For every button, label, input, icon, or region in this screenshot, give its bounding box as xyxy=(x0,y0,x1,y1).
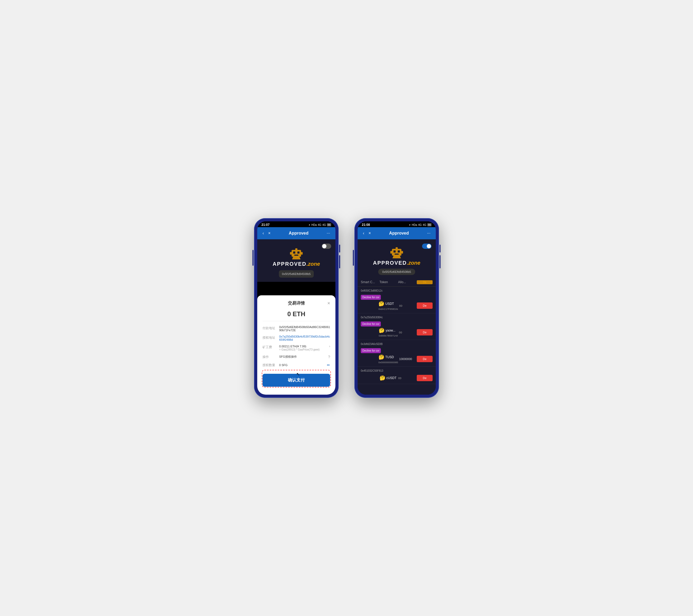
de-button-yaow[interactable]: De xyxy=(417,329,433,336)
nav-bar-left: ‹ × Approved ··· xyxy=(257,227,335,239)
token-addr-yaow: 0xB68c7B5971A8 xyxy=(379,334,398,337)
confirm-btn-wrapper: 确认支付 ↖ xyxy=(262,371,330,387)
logo-text-left: APPROVED.zone xyxy=(273,261,320,267)
de-button-usdt[interactable]: De xyxy=(417,302,433,309)
token-cell-tusd: 🤔 TUSD 0x0000000000085 xyxy=(378,354,398,364)
logo-icon-right xyxy=(389,243,404,258)
modal-label-auth: 授权地址 xyxy=(262,335,277,341)
logo-area-right: APPROVED.zone xyxy=(373,243,420,266)
table-row-usdt: 0xf650C3d88D12c Decline for cor 🤔 USDT xyxy=(358,286,436,313)
toggle-left[interactable] xyxy=(322,243,331,249)
de-button-cusdt[interactable]: De xyxy=(417,375,433,381)
svg-rect-6 xyxy=(290,252,292,255)
phone-left: 21:07 🔒 ☰ ✦ HDa 4G 4G 55 xyxy=(254,218,339,398)
modal-label-op: 操作 xyxy=(262,354,277,359)
address-pill-right: 0x5f1f5d6EfbB4508b5 xyxy=(378,269,415,275)
col-decline: De xyxy=(417,280,433,284)
table-row-tusd: 0x3dfd23A6c5E8B Decline for cor 🤔 TUSD xyxy=(358,340,436,366)
toggle-right[interactable] xyxy=(422,243,432,249)
svg-rect-7 xyxy=(301,252,303,255)
token-name-usdt: USDT xyxy=(385,302,394,305)
close-button-right[interactable]: × xyxy=(368,230,372,237)
svg-rect-5 xyxy=(295,248,297,251)
gas-chevron-icon[interactable]: › xyxy=(329,344,330,348)
logo-text-right: APPROVED.zone xyxy=(373,260,420,266)
svg-rect-13 xyxy=(396,247,398,250)
logo-icon-left xyxy=(289,245,304,259)
decline-button-tusd[interactable]: Decline for cor xyxy=(361,348,381,353)
modal-label-qty: 授权数量 xyxy=(262,362,277,367)
modal-label-from: 付款地址 xyxy=(262,325,277,332)
right-header-dark: APPROVED.zone 0x5f1f5d6EfbB4508b5 xyxy=(358,239,436,278)
modal-row-from: 付款地址 0x5f1f5d6EfbB4508b50Ad86C324B06190b… xyxy=(262,325,330,332)
svg-rect-10 xyxy=(394,251,396,253)
address-bar-left: 0x5f1f5d6EfbB4508b5 xyxy=(279,270,314,278)
modal-label-gas: 矿工费 xyxy=(262,344,277,351)
edit-icon[interactable]: ✏ xyxy=(327,363,330,367)
token-addr-usdt: 0xdAC17F958D2e xyxy=(378,308,398,311)
token-name-cusdt: cUSDT xyxy=(387,376,397,380)
allowance-cusdt: ∞ xyxy=(398,375,416,381)
notch-right xyxy=(383,221,410,227)
token-cell-usdt: 🤔 USDT 0xdAC17F958D2e xyxy=(378,301,398,311)
token-cell-yaow: 🤔 yaow... 0xB68c7B5971A8 xyxy=(379,327,398,337)
decline-button-yaow[interactable]: Decline for cor xyxy=(361,321,381,326)
table-row-cusdt: 0x451032C55F813 🤔 cUSDT ∞ De xyxy=(358,366,436,384)
status-time-left: 21:07 xyxy=(261,223,270,227)
modal-title: 交易详情 xyxy=(288,301,305,306)
decline-button-usdt[interactable]: Decline for cor xyxy=(361,295,381,300)
table-row-main-tusd: 🤔 TUSD 0x0000000000085 10000000 De xyxy=(361,354,433,364)
modal-row-gas: 矿工费 0.00211 ETH(¥ 7.99) › = Gas(28913) *… xyxy=(262,344,330,351)
close-button-left[interactable]: × xyxy=(267,230,272,237)
modal-value-op: SFG授权操作 xyxy=(279,355,326,359)
modal-row-op: 操作 SFG授权操作 ? xyxy=(262,354,330,359)
addr-tusd: 0x3dfd23A6c5E8B xyxy=(361,343,383,345)
thinking-emoji-tusd: 🤔 xyxy=(378,354,384,360)
transaction-modal: 交易详情 × 0 ETH 付款地址 0x5f1f5d6EfbB4508b50Ad… xyxy=(257,295,335,395)
addr-cusdt: 0x451032C55F813 xyxy=(361,369,383,372)
token-addr-tusd: 0x0000000000085 xyxy=(378,361,398,364)
svg-rect-15 xyxy=(401,251,403,254)
right-app-content: APPROVED.zone 0x5f1f5d6EfbB4508b5 Smart … xyxy=(358,239,436,395)
allowance-usdt: ∞ xyxy=(399,303,416,309)
allowance-tusd: 10000000 xyxy=(399,357,416,361)
modal-value-gas: 0.00211 ETH(¥ 7.99) xyxy=(279,345,329,348)
right-table-area: Smart C... Token Allo... De 0xf650C3d88D… xyxy=(358,278,436,395)
token-name-yaow: yaow... xyxy=(385,329,395,332)
notch-left xyxy=(283,221,310,227)
back-button-right[interactable]: ‹ xyxy=(362,230,365,237)
modal-value-from: 0x5f1f5d6EfbB4508b50Ad86C324B06190b71Fe7… xyxy=(279,325,330,332)
addr-usdt: 0xf650C3d88D12c xyxy=(361,289,383,292)
back-button-left[interactable]: ‹ xyxy=(261,230,265,237)
nav-title-right: Approved xyxy=(372,231,426,236)
allowance-yaow: ∞ xyxy=(399,330,416,335)
status-time-right: 21:08 xyxy=(362,223,370,227)
table-row-main-cusdt: 🤔 cUSDT ∞ De xyxy=(361,375,433,381)
de-button-tusd[interactable]: De xyxy=(417,356,433,362)
modal-close-button[interactable]: × xyxy=(327,301,330,306)
nav-title-left: Approved xyxy=(272,231,325,236)
table-row-yaow: 0x7a250d5630B4c Decline for cor 🤔 yaow..… xyxy=(358,313,436,340)
table-row-main-yaow: 🤔 yaow... 0xB68c7B5971A8 ∞ De xyxy=(361,327,433,337)
modal-row-auth: 授权地址 0x7a250d5630b4cf539739df2c5dacb4c65… xyxy=(262,335,330,341)
modal-value-qty: 0 SFG xyxy=(279,363,327,366)
svg-rect-4 xyxy=(294,255,298,256)
modal-amount: 0 ETH xyxy=(262,311,330,321)
info-icon[interactable]: ? xyxy=(328,355,330,359)
more-button-left[interactable]: ··· xyxy=(325,230,331,237)
cursor-icon: ↖ xyxy=(296,372,300,377)
phone-right: 21:08 🔒 ☰ ✦ HDa 4G 4G 55 xyxy=(354,218,439,398)
svg-rect-3 xyxy=(297,252,299,254)
logo-area-left: APPROVED.zone xyxy=(273,245,320,267)
svg-rect-1 xyxy=(292,250,301,257)
modal-row-qty: 授权数量 0 SFG ✏ xyxy=(262,362,330,367)
svg-rect-11 xyxy=(398,251,400,253)
token-name-tusd: TUSD xyxy=(385,355,394,359)
more-button-right[interactable]: ··· xyxy=(426,230,432,237)
table-header: Smart C... Token Allo... De xyxy=(358,278,436,286)
nav-bar-right: ‹ × Approved ··· xyxy=(358,227,436,239)
col-smart-contract: Smart C... xyxy=(361,280,379,284)
col-token: Token xyxy=(379,280,398,284)
thinking-emoji-usdt: 🤔 xyxy=(378,301,384,307)
col-allowance: Allo... xyxy=(398,280,417,284)
